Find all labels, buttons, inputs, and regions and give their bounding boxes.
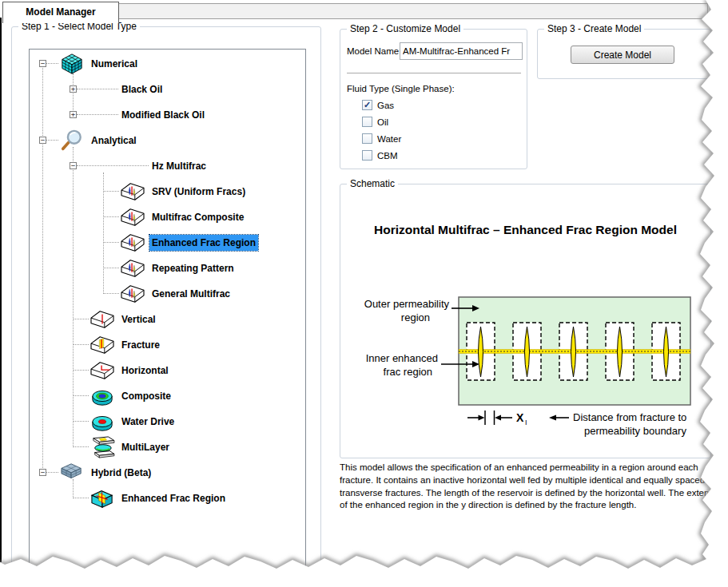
tree-connector	[104, 242, 119, 244]
fluid-checkbox-gas[interactable]: ✓Gas	[362, 97, 401, 113]
tree-item-label: Analytical	[89, 133, 139, 149]
tree-expander[interactable]: −	[70, 162, 77, 169]
tree-connector	[46, 63, 58, 65]
tree-connector	[74, 498, 89, 499]
multifrac-box-icon	[120, 206, 145, 228]
tab-strip	[117, 3, 708, 19]
tree-item-label: MultiLayer	[119, 439, 172, 455]
tree-item-multifrac-composite[interactable]: Multifrac Composite	[30, 204, 305, 230]
tree-connector	[74, 446, 89, 448]
schematic-heading: Horizontal Multifrac – Enhanced Frac Reg…	[340, 223, 710, 237]
tree-item-hybrid-beta[interactable]: −Hybrid (Beta)	[30, 460, 305, 486]
separator	[347, 73, 521, 73]
xi-dimension: X I	[467, 411, 527, 426]
inner-region-label: Inner enhanced	[366, 352, 438, 364]
tree-item-vertical[interactable]: Vertical	[30, 307, 305, 332]
tree-item-label: Numerical	[89, 56, 140, 72]
model-type-tree: −Numerical+Black Oil+Modified Black Oil−…	[29, 49, 306, 577]
tree-expander[interactable]: +	[70, 85, 77, 93]
step1-group: Step 1 - Select Model Type −Numerical+Bl…	[11, 26, 321, 579]
tree-connector	[74, 319, 89, 320]
tree-connector	[46, 472, 58, 474]
fracture-box-icon	[90, 334, 115, 356]
step2-group: Step 2 - Customize Model Model Name: Flu…	[340, 29, 527, 169]
fluid-checkbox-cbm[interactable]: CBM	[362, 147, 401, 164]
tree-connector	[77, 89, 118, 90]
tree-item-label: SRV (Uniform Fracs)	[149, 184, 248, 200]
unchecked-checkbox-icon[interactable]	[362, 150, 372, 161]
tree-connector	[77, 114, 118, 116]
tree-connector	[104, 216, 119, 218]
tree-expander[interactable]: −	[39, 469, 46, 476]
tree-item-label: Horizontal	[119, 363, 171, 379]
tree-expander[interactable]: +	[70, 111, 77, 118]
tree-item-horizontal[interactable]: Horizontal	[30, 358, 305, 383]
fluid-checkbox-water[interactable]: Water	[362, 130, 401, 147]
model-name-label: Model Name:	[347, 46, 401, 56]
tab-label: Model Manager	[26, 6, 95, 18]
tree-connector	[104, 293, 119, 295]
unchecked-checkbox-icon[interactable]	[362, 133, 372, 144]
tree-item-black-oil[interactable]: +Black Oil	[30, 77, 305, 102]
svg-text:permeability boundary: permeability boundary	[584, 425, 686, 437]
tree-item-composite[interactable]: Composite	[30, 383, 305, 409]
tree-item-numerical[interactable]: −Numerical	[30, 51, 305, 77]
fluid-type-list: ✓GasOilWaterCBM	[362, 97, 401, 164]
tree-expander[interactable]: −	[39, 137, 46, 144]
tree-item-label: Fracture	[119, 337, 162, 353]
water-drive-disc-icon	[90, 411, 115, 433]
step3-title: Step 3 - Create Model	[544, 23, 644, 35]
tree-item-multilayer[interactable]: MultiLayer	[30, 434, 305, 460]
multifrac-box-icon	[120, 257, 145, 280]
tree-item-label: Repeating Pattern	[149, 260, 237, 276]
tree-connector	[46, 140, 58, 141]
model-description: This model allows the specification of a…	[340, 462, 714, 512]
checked-checkbox-icon[interactable]: ✓	[362, 100, 372, 110]
tree-item-label: Enhanced Frac Region	[149, 235, 258, 251]
numerical-cube-icon	[59, 53, 85, 75]
tree-item-enhanced-frac-region[interactable]: Enhanced Frac Region	[30, 486, 305, 511]
tree-item-label: Composite	[119, 388, 173, 404]
fluid-checkbox-label: Gas	[377, 101, 394, 110]
tab-model-manager[interactable]: Model Manager	[2, 2, 119, 23]
hybrid-bricks-icon	[59, 462, 85, 484]
tree-item-srv-uniform-fracs[interactable]: SRV (Uniform Fracs)	[30, 179, 305, 204]
fluid-type-label: Fluid Type (Single Phase):	[347, 84, 455, 93]
tree-item-repeating-pattern[interactable]: Repeating Pattern	[30, 256, 305, 281]
distance-label: Distance from fracture to	[573, 411, 686, 423]
tree-item-label: Vertical	[119, 311, 158, 327]
schematic-title: Schematic	[347, 178, 398, 190]
tree-connector	[74, 344, 89, 346]
tree-item-hz-multifrac[interactable]: −Hz Multifrac	[30, 153, 305, 179]
tree-connector	[77, 165, 149, 167]
tree-connector	[74, 395, 89, 397]
tree-item-enhanced-frac-region[interactable]: Enhanced Frac Region	[30, 230, 305, 256]
fluid-checkbox-label: CBM	[377, 151, 398, 161]
tree-expander[interactable]: −	[39, 60, 46, 67]
tree-connector	[74, 421, 89, 422]
composite-disc-icon	[90, 385, 115, 407]
tree-item-water-drive[interactable]: Water Drive	[30, 409, 305, 434]
multifrac-box-icon	[120, 180, 145, 203]
tree-item-label: Hz Multifrac	[149, 158, 209, 174]
unchecked-checkbox-icon[interactable]	[362, 117, 372, 127]
tree-item-analytical[interactable]: −Analytical	[30, 128, 305, 153]
model-name-input[interactable]	[400, 42, 523, 60]
tree-item-label: Hybrid (Beta)	[89, 465, 153, 481]
fluid-checkbox-oil[interactable]: Oil	[362, 113, 401, 130]
schematic-group: Schematic Horizontal Multifrac – Enhance…	[340, 184, 711, 458]
step2-title: Step 2 - Customize Model	[347, 23, 463, 35]
tree-item-label: General Multifrac	[149, 286, 233, 302]
model-manager-window: Model Manager Step 1 - Select Model Type…	[0, 0, 728, 587]
create-model-button[interactable]: Create Model	[571, 46, 674, 64]
fluid-checkbox-label: Oil	[377, 117, 388, 127]
tree-item-modified-black-oil[interactable]: +Modified Black Oil	[30, 102, 305, 128]
tree-item-label: Black Oil	[119, 81, 165, 97]
tree-connector	[104, 191, 119, 192]
step3-group: Step 3 - Create Model Create Model	[537, 29, 711, 79]
tree-item-general-multifrac[interactable]: General Multifrac	[30, 281, 305, 307]
vertical-well-box-icon	[90, 308, 115, 331]
tree-item-fracture[interactable]: Fracture	[30, 332, 305, 358]
magnifier-icon	[59, 129, 85, 152]
hybrid-efr-box-icon	[90, 487, 115, 510]
